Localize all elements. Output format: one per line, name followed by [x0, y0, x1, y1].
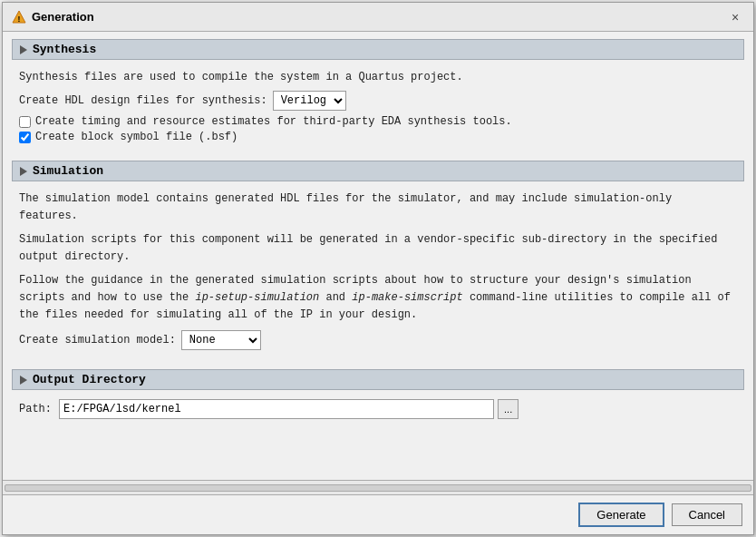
- output-directory-title: Output Directory: [33, 373, 146, 386]
- synthesis-triangle-icon: [20, 45, 27, 54]
- output-triangle-icon: [20, 376, 27, 385]
- bsf-label[interactable]: Create block symbol file (.bsf): [35, 131, 237, 143]
- hdl-label: Create HDL design files for synthesis:: [19, 94, 267, 107]
- dialog-title: Generation: [32, 10, 94, 24]
- simulation-title: Simulation: [33, 164, 103, 178]
- sim-italic2: ip-make-simscript: [352, 291, 462, 304]
- output-directory-content: Path: ...: [12, 395, 744, 426]
- output-directory-section: Output Directory Path: ...: [12, 369, 744, 426]
- bsf-checkbox[interactable]: [19, 132, 31, 143]
- model-form-row: Create simulation model: None ModelSim V…: [19, 330, 737, 350]
- simulation-section: Simulation The simulation model contains…: [12, 161, 744, 362]
- simulation-triangle-icon: [20, 167, 27, 176]
- hdl-select[interactable]: Verilog VHDL: [273, 91, 346, 111]
- dialog-icon: !: [12, 10, 26, 24]
- model-label: Create simulation model:: [19, 334, 176, 347]
- output-directory-header: Output Directory: [12, 369, 744, 390]
- path-row: Path: ...: [19, 399, 737, 419]
- timing-checkbox[interactable]: [19, 116, 31, 128]
- generate-button[interactable]: Generate: [578, 503, 664, 527]
- simulation-header: Simulation: [12, 161, 744, 181]
- simulation-desc1: The simulation model contains generated …: [19, 190, 737, 224]
- path-label: Path:: [19, 403, 52, 415]
- dialog-body: Synthesis Synthesis files are used to co…: [3, 32, 753, 480]
- horizontal-scrollbar[interactable]: [3, 480, 753, 494]
- timing-label[interactable]: Create timing and resource estimates for…: [35, 115, 512, 128]
- title-bar: ! Generation ×: [3, 3, 753, 32]
- generation-dialog: ! Generation × Synthesis Synthesis files…: [2, 2, 754, 535]
- simulation-desc2: Simulation scripts for this component wi…: [19, 231, 737, 265]
- model-select[interactable]: None ModelSim VCS: [181, 330, 261, 350]
- path-input[interactable]: [59, 399, 494, 419]
- bsf-checkbox-row: Create block symbol file (.bsf): [19, 131, 737, 143]
- sim-italic1: ip-setup-simulation: [195, 291, 319, 304]
- timing-checkbox-row: Create timing and resource estimates for…: [19, 115, 737, 128]
- synthesis-header: Synthesis: [12, 39, 744, 60]
- browse-button[interactable]: ...: [498, 399, 519, 419]
- simulation-desc3: Follow the guidance in the generated sim…: [19, 272, 737, 323]
- dialog-footer: Generate Cancel: [3, 494, 753, 534]
- sim-desc3-middle: and: [319, 291, 352, 304]
- close-button[interactable]: ×: [726, 8, 744, 26]
- simulation-content: The simulation model contains generated …: [12, 187, 744, 362]
- cancel-button[interactable]: Cancel: [672, 503, 742, 526]
- title-bar-left: ! Generation: [12, 10, 94, 24]
- scrollbar-track: [5, 484, 751, 492]
- synthesis-section: Synthesis Synthesis files are used to co…: [12, 39, 744, 153]
- synthesis-description: Synthesis files are used to compile the …: [19, 69, 737, 85]
- hdl-form-row: Create HDL design files for synthesis: V…: [19, 91, 737, 111]
- synthesis-title: Synthesis: [33, 43, 96, 56]
- synthesis-content: Synthesis files are used to compile the …: [12, 65, 744, 153]
- svg-text:!: !: [16, 15, 21, 24]
